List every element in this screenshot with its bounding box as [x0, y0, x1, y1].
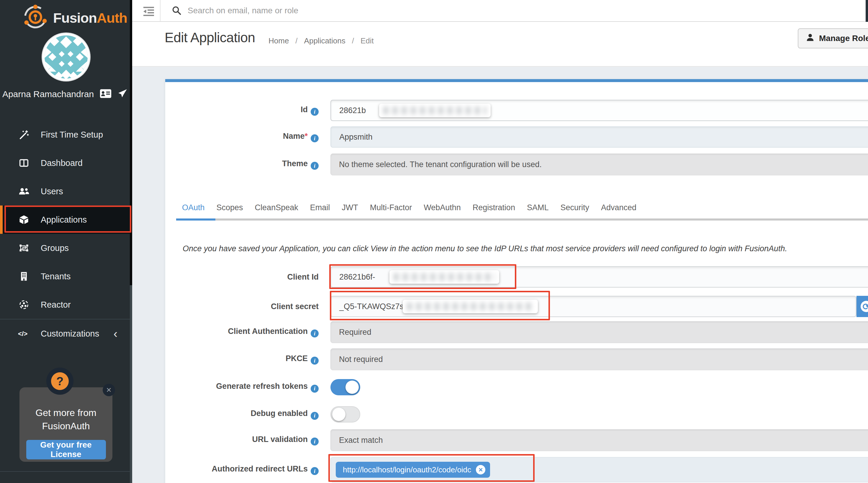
pkce-select[interactable]: Not required	[331, 348, 868, 370]
form-row-authorized-redirect-urls: Authorized redirect URLsi http://localho…	[165, 457, 868, 482]
applications-cube-icon	[17, 214, 31, 225]
sidebar-item-groups[interactable]: Groups	[0, 234, 130, 262]
tab-registration[interactable]: Registration	[467, 201, 521, 214]
client-secret-field[interactable]: _Q5-TKAWQSz7s	[331, 296, 857, 317]
svg-text:</>: </>	[18, 330, 27, 337]
sidebar-item-dashboard[interactable]: Dashboard	[0, 149, 130, 177]
theme-label: Themei	[165, 159, 319, 170]
client-secret-label: Client secret	[165, 302, 319, 311]
sidebar-item-users[interactable]: Users	[0, 177, 130, 205]
groups-icon	[17, 243, 31, 253]
refresh-icon: ⟳	[861, 301, 868, 312]
breadcrumb-home[interactable]: Home	[269, 36, 289, 46]
sidebar-item-tenants[interactable]: Tenants	[0, 262, 130, 290]
sidebar-scrollbar[interactable]	[130, 0, 132, 483]
form-row-pkce: PKCEi Not required	[165, 348, 868, 370]
info-icon[interactable]: i	[311, 108, 319, 116]
form-row-debug-enabled: Debug enabledi	[165, 406, 868, 423]
generate-refresh-tokens-toggle[interactable]	[331, 379, 360, 395]
sidebar-item-applications[interactable]: Applications	[0, 205, 130, 234]
breadcrumb: Home / Applications / Edit	[269, 36, 374, 46]
url-validation-label: URL validationi	[165, 435, 319, 446]
redirect-urls-field[interactable]: http://localhost/login/oauth2/code/oidc …	[331, 457, 868, 482]
page-header: Edit Application Home / Applications / E…	[132, 22, 868, 67]
get-free-license-button[interactable]: Get your free License	[26, 440, 106, 459]
redaction-smudge	[403, 300, 538, 313]
promo-title: Get more from FusionAuth	[20, 406, 113, 433]
form-row-url-validation: URL validationi Exact match	[165, 429, 868, 451]
sidebar-item-first-time-setup[interactable]: First Time Setup	[0, 120, 130, 149]
id-field[interactable]: 28621b	[331, 100, 868, 121]
client-authentication-label: Client Authenticationi	[165, 327, 319, 338]
info-icon[interactable]: i	[311, 134, 319, 142]
info-icon[interactable]: i	[311, 162, 319, 170]
client-authentication-select[interactable]: Required	[331, 321, 868, 343]
tab-advanced[interactable]: Advanced	[595, 201, 642, 214]
fusionauth-logo-text: FusionAuth	[53, 10, 127, 26]
redirect-url-chip: http://localhost/login/oauth2/code/oidc …	[336, 462, 490, 478]
breadcrumb-separator: /	[295, 36, 298, 46]
sidebar-collapse-button[interactable]	[142, 6, 156, 17]
tab-oauth[interactable]: OAuth	[176, 201, 211, 214]
search-icon	[172, 6, 182, 17]
tab-scopes[interactable]: Scopes	[211, 201, 249, 214]
form-row-client-authentication: Client Authenticationi Required	[165, 321, 868, 343]
debug-enabled-toggle[interactable]	[331, 406, 360, 423]
breadcrumb-applications[interactable]: Applications	[304, 36, 345, 46]
theme-select[interactable]: No theme selected. The tenant configurat…	[331, 153, 868, 175]
info-icon[interactable]: i	[311, 412, 319, 420]
promo-panel: ? ✕ Get more from FusionAuth Get your fr…	[20, 387, 113, 462]
url-validation-select[interactable]: Exact match	[331, 429, 868, 451]
sidebar-item-customizations[interactable]: </> Customizations ‹	[0, 319, 130, 348]
chevron-left-icon: ‹	[114, 328, 130, 340]
manage-roles-button[interactable]: Manage Roles	[798, 28, 868, 49]
tab-email[interactable]: Email	[304, 201, 336, 214]
topbar	[132, 0, 868, 22]
tab-security[interactable]: Security	[554, 201, 595, 214]
search-input[interactable]	[188, 4, 748, 18]
breadcrumb-separator: /	[352, 36, 354, 46]
avatar	[41, 32, 91, 82]
form-row-client-secret: Client secret _Q5-TKAWQSz7s ⟳	[165, 296, 868, 317]
regenerate-secret-button[interactable]: ⟳	[857, 296, 868, 317]
impersonate-icon[interactable]	[117, 89, 127, 100]
sidebar-bottom-divider	[0, 471, 130, 472]
info-icon[interactable]: i	[311, 385, 319, 393]
name-label: Name*i	[165, 132, 319, 143]
info-icon[interactable]: i	[311, 330, 319, 337]
name-field[interactable]: Appsmith	[331, 126, 868, 148]
info-icon[interactable]: i	[311, 467, 319, 475]
tab-saml[interactable]: SAML	[521, 201, 555, 214]
application-form-card: Idi 28621b Name*i Appsmith Themei	[165, 79, 868, 483]
page-title: Edit Application	[165, 30, 255, 46]
form-row-client-id: Client Id 28621b6f-	[165, 266, 868, 288]
breadcrumb-current: Edit	[361, 36, 374, 46]
form-row-id: Idi 28621b	[165, 100, 868, 121]
application-tabs: OAuth Scopes CleanSpeak Email JWT Multi-…	[176, 201, 868, 214]
tab-multi-factor[interactable]: Multi-Factor	[364, 201, 418, 214]
id-card-icon[interactable]	[100, 89, 112, 100]
promo-close-button[interactable]: ✕	[103, 384, 115, 396]
sidebar-scrollbar-thumb[interactable]	[130, 0, 132, 285]
client-secret-value: _Q5-TKAWQSz7s	[339, 302, 404, 311]
client-id-field[interactable]: 28621b6f-	[331, 266, 868, 288]
chip-remove-icon[interactable]: ✕	[476, 465, 485, 475]
info-icon[interactable]: i	[311, 357, 319, 365]
sidebar-item-reactor[interactable]: Reactor	[0, 290, 130, 319]
tab-jwt[interactable]: JWT	[336, 201, 364, 214]
help-circle[interactable]: ?	[46, 368, 73, 395]
magic-wand-icon	[17, 129, 31, 140]
tab-cleanspeak[interactable]: CleanSpeak	[249, 201, 304, 214]
tab-webauthn[interactable]: WebAuthn	[418, 201, 467, 214]
user-name: Aparna Ramachandran	[2, 89, 94, 99]
pkce-label: PKCEi	[165, 354, 319, 365]
info-icon[interactable]: i	[311, 437, 319, 446]
tab-underline-track	[176, 219, 868, 221]
client-id-value: 28621b6f-	[339, 273, 375, 282]
id-value: 28621b	[339, 106, 366, 115]
fusionauth-logo-icon	[22, 4, 49, 31]
users-icon	[17, 186, 31, 197]
name-value: Appsmith	[339, 133, 373, 142]
oauth-note: Once you have saved your Application, yo…	[183, 244, 856, 253]
id-label: Idi	[165, 105, 319, 116]
